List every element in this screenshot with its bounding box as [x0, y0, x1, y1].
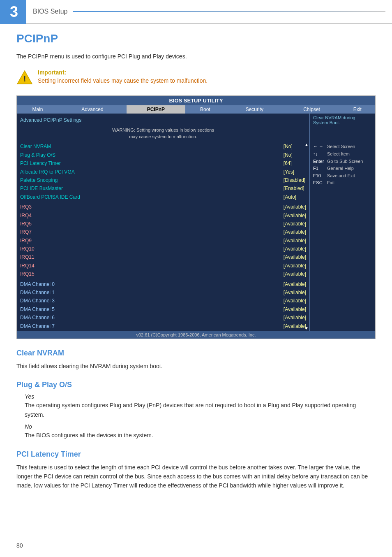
nav-advanced[interactable]: Advanced	[58, 105, 127, 114]
key-item-f10: F10Save and Exit	[313, 172, 372, 180]
important-desc: Setting incorrect field values may cause…	[38, 77, 208, 84]
key-list: ← →Select Screen ↑↓Select Item EnterGo t…	[313, 143, 372, 187]
main-content: PCIPnP The PCIPnP menu is used to config…	[0, 24, 392, 511]
nav-chipset[interactable]: Chipset	[284, 105, 340, 114]
bios-dma-items: DMA Channel 0 DMA Channel 1 DMA Channel …	[20, 280, 277, 330]
plug-play-subitems: Yes The operating system configures Plug…	[25, 393, 376, 440]
scroll-up-indicator: ▲	[304, 142, 309, 147]
header-divider	[73, 11, 386, 12]
intro-text: The PCIPnP menu is used to configure PCI…	[16, 52, 376, 61]
nav-boot[interactable]: Boot	[185, 105, 226, 114]
section-heading-clear-nvram: Clear NVRAM	[16, 349, 376, 357]
important-box: ! Important: Setting incorrect field val…	[16, 69, 376, 86]
page-number: 80	[16, 542, 23, 549]
bios-dma-row: DMA Channel 0 DMA Channel 1 DMA Channel …	[17, 279, 376, 331]
bios-irq-items: IRQ3 IRQ4 IRQ5 IRQ7 IRQ9 IRQ10 IRQ11 IRQ…	[20, 203, 277, 278]
sub-desc-yes: The operating system configures Plug and…	[25, 401, 376, 419]
bios-title: BIOS SETUP UTILITY	[17, 96, 376, 106]
chapter-title-area: BIOS Setup	[26, 0, 392, 24]
nav-main[interactable]: Main	[17, 105, 58, 114]
chapter-number: 3	[2, 0, 26, 24]
bios-nav-items: Main Advanced PCIPnP Boot Security Chips…	[17, 105, 375, 114]
bios-left-items: Clear NVRAM Plug & Play O/S PCI Latency …	[20, 142, 277, 201]
key-item-arrows: ← →Select Screen	[313, 143, 372, 151]
bios-title-row: BIOS SETUP UTILITY	[17, 96, 376, 106]
nav-pcipnp[interactable]: PCIPnP	[127, 105, 185, 114]
bios-warning-row2: may cause system to malfunction.	[17, 133, 376, 140]
bios-footer-row: v02.61 (C)Copyright 1985-2006, American …	[17, 331, 376, 339]
section-heading-pci-latency: PCI Latency Timer	[16, 450, 376, 459]
sub-label-no: No	[25, 423, 376, 430]
bios-values-irq: [Available] [Available] [Available] [Ava…	[284, 203, 306, 278]
bios-warning-row1: WARNING: Setting wrong values in below s…	[17, 127, 376, 133]
important-content: Important: Setting incorrect field value…	[38, 69, 208, 84]
bios-values-normal: [No] [No] [64] [Yes] [Disabled] [Enabled…	[284, 142, 306, 201]
nav-security[interactable]: Security	[225, 105, 284, 114]
key-item-enter: EnterGo to Sub Screen	[313, 158, 372, 165]
bios-irq-row: IRQ3 IRQ4 IRQ5 IRQ7 IRQ9 IRQ10 IRQ11 IRQ…	[17, 202, 376, 279]
bios-nav-table: Main Advanced PCIPnP Boot Security Chips…	[17, 105, 375, 114]
section-heading-plug-play: Plug & Play O/S	[16, 381, 376, 389]
bios-section-label: Advanced PCI/PnP Settings	[17, 114, 280, 127]
bios-values-dma: [Available] [Available] [Available] [Ava…	[284, 280, 306, 330]
key-item-f1: F1General Help	[313, 165, 372, 172]
sub-label-yes: Yes	[25, 393, 376, 400]
section-body-clear-nvram: This field allows clearing the NVRAM dur…	[16, 362, 376, 371]
sub-desc-no: The BIOS configures all the devices in t…	[25, 431, 376, 440]
important-label: Important:	[38, 69, 208, 76]
bios-utility-table: BIOS SETUP UTILITY Main Advanced PCIPnP …	[16, 95, 376, 339]
svg-text:!: !	[23, 74, 26, 83]
scroll-down-indicator: ▼	[304, 326, 309, 330]
bios-keys-panel: ← →Select Screen ↑↓Select Item EnterGo t…	[310, 142, 376, 202]
bios-section-label-row: Advanced PCI/PnP Settings Clear NVRAM du…	[17, 114, 376, 127]
warning-icon: !	[16, 69, 33, 86]
bios-footer: v02.61 (C)Copyright 1985-2006, American …	[17, 331, 376, 339]
bios-items-row: Clear NVRAM Plug & Play O/S PCI Latency …	[17, 142, 376, 202]
key-item-updown: ↑↓Select Item	[313, 151, 372, 158]
bios-help-text: Clear NVRAM during System Boot.	[310, 114, 376, 127]
chapter-title: BIOS Setup	[33, 8, 68, 15]
header-bar: 3 BIOS Setup	[0, 0, 392, 24]
nav-exit[interactable]: Exit	[340, 105, 375, 114]
bios-nav-row: Main Advanced PCIPnP Boot Security Chips…	[17, 105, 376, 114]
section-body-pci-latency: This feature is used to select the lengt…	[16, 463, 376, 490]
key-item-esc: ESCExit	[313, 179, 372, 187]
page-title: PCIPnP	[16, 32, 376, 45]
